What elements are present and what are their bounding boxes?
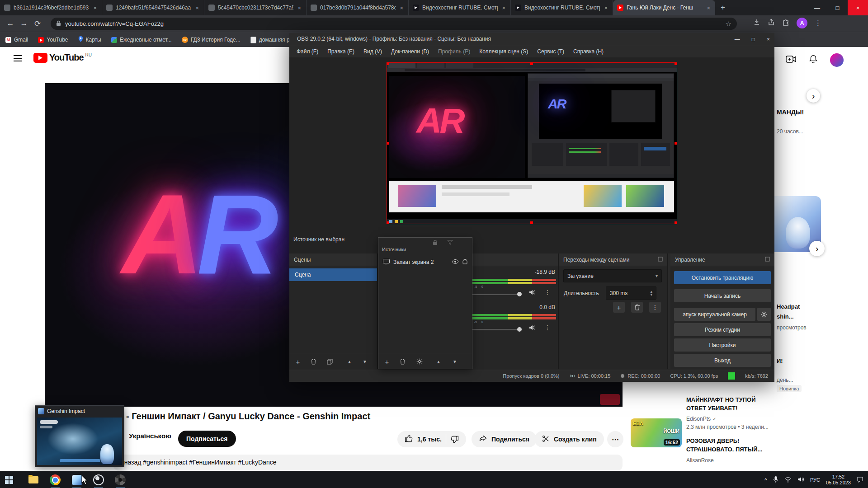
exit-button[interactable]: Выход [674, 354, 771, 367]
selection-handle[interactable] [675, 62, 677, 65]
remove-scene-icon[interactable] [308, 357, 318, 366]
obs-minimize-button[interactable]: — [735, 36, 740, 42]
related-title[interactable]: СТРАШНОВАТО. ПЯТЫЙ... [686, 446, 762, 454]
related-thumbnail-eva[interactable]: ЕВА ЙОШИ 16:52 [631, 418, 682, 447]
share-button[interactable]: Поделиться [472, 431, 537, 447]
obs-icon[interactable] [90, 471, 108, 488]
forward-icon[interactable]: → [17, 17, 31, 30]
menu-file[interactable]: Файл (F) [293, 47, 322, 56]
language-indicator[interactable]: РУС [810, 477, 820, 483]
tab-close-icon[interactable]: × [706, 5, 711, 11]
related-title[interactable]: МАЙНКРАФТ НО ТУПОЙ [686, 396, 756, 404]
tab-4[interactable]: 017be3d0b791a044f8bd4a578c × [307, 0, 409, 15]
window-maximize-button[interactable]: □ [827, 0, 848, 15]
bookmark-gmail[interactable]: M Gmail [5, 37, 28, 43]
tab-close-icon[interactable]: × [297, 5, 302, 11]
bookmark-gdz[interactable]: ок ГДЗ История Годе... [182, 37, 241, 43]
back-icon[interactable]: ← [4, 17, 17, 30]
move-scene-down-icon[interactable]: ▼ [360, 357, 370, 366]
visibility-eye-icon[interactable] [452, 259, 459, 265]
menu-edit[interactable]: Правка (E) [324, 47, 358, 56]
menu-help[interactable]: Справка (H) [570, 47, 607, 56]
taskbar-preview-popup[interactable]: Genshin Impact [35, 405, 124, 467]
related-title-fragment[interactable]: МАНДЫ! [777, 108, 804, 116]
related-channel-row[interactable]: EdisonPts ✓ [686, 416, 716, 422]
youtube-logo[interactable]: YouTube RU [33, 52, 92, 63]
create-clip-button[interactable]: Создать клип [534, 431, 604, 447]
window-minimize-button[interactable]: — [807, 0, 827, 15]
chrome-icon[interactable] [46, 471, 64, 488]
remove-source-icon[interactable] [397, 357, 407, 366]
site-info-lock-icon[interactable] [56, 20, 61, 28]
transition-type-select[interactable]: Затухание ▾ [563, 269, 662, 282]
tab-1[interactable]: b361a1914c3f6bef2ddbe1d593 × [0, 0, 102, 15]
bookmark-star-icon[interactable]: ☆ [726, 20, 731, 28]
virtual-camera-settings-gear-icon[interactable] [757, 308, 771, 321]
speaker-icon[interactable] [529, 290, 536, 296]
microphone-icon[interactable] [773, 476, 778, 484]
start-recording-button[interactable]: Начать запись [674, 289, 771, 302]
tray-expand-icon[interactable]: ^ [764, 477, 767, 483]
tab-close-icon[interactable]: × [603, 5, 609, 11]
dock-menu-icon[interactable] [658, 257, 663, 263]
related-title-fragment[interactable]: shin... [777, 313, 794, 321]
volume-slider-handle[interactable] [517, 327, 522, 332]
duration-spinbox[interactable]: 300 ms ▴▾ [606, 286, 656, 300]
network-icon[interactable] [784, 477, 792, 483]
menu-profile[interactable]: Профиль (P) [434, 47, 474, 56]
stop-streaming-button[interactable]: Остановить трансляцию [674, 271, 771, 284]
add-source-icon[interactable]: + [382, 357, 392, 366]
window-close-button[interactable]: × [848, 0, 868, 15]
tab-6[interactable]: Видеохостинг RUTUBE. Смотр × [511, 0, 613, 15]
menu-docks[interactable]: Док-панели (D) [387, 47, 433, 56]
file-explorer-icon[interactable] [24, 471, 42, 488]
bookmark-maps[interactable]: Карты [78, 36, 101, 43]
selection-handle[interactable] [387, 142, 389, 145]
bookmark-homework[interactable]: домашняя р... [250, 37, 294, 43]
studio-mode-button[interactable]: Режим студии [674, 323, 771, 336]
tab-5[interactable]: Видеохостинг RUTUBE. Смотр × [409, 0, 511, 15]
spinner-icons[interactable]: ▴▾ [650, 290, 652, 296]
selection-handle[interactable] [675, 221, 677, 224]
popup-thumbnail[interactable] [37, 418, 122, 465]
new-tab-button[interactable]: + [715, 3, 731, 12]
thumb-down-icon[interactable] [450, 435, 459, 444]
address-bar[interactable]: youtube.com/watch?v=Cq-EGAFoz2g ☆ [51, 18, 737, 30]
menu-tools[interactable]: Сервис (T) [533, 47, 568, 56]
selection-handle[interactable] [675, 142, 677, 145]
mixer-options-icon[interactable]: ⋮ [544, 324, 551, 331]
lock-icon[interactable] [462, 258, 467, 266]
related-title-fragment[interactable]: Headpat [777, 303, 800, 311]
obs-titlebar[interactable]: OBS 29.0.2 (64-bit, windows) - Профиль: … [289, 33, 774, 45]
bookmark-daily[interactable]: Ежедневные отмет... [111, 37, 172, 43]
browser-menu-icon[interactable]: ⋮ [815, 19, 821, 27]
speaker-icon[interactable] [529, 325, 536, 332]
source-properties-gear-icon[interactable] [415, 357, 425, 366]
selection-handle[interactable] [530, 62, 533, 65]
selection-handle[interactable] [530, 221, 533, 224]
tab-close-icon[interactable]: × [399, 5, 404, 11]
remove-transition-icon[interactable] [631, 302, 643, 313]
tab-active-youtube[interactable]: Гань Юй Лаки Денс - Генш × [613, 0, 715, 15]
obs-maximize-button[interactable]: □ [752, 36, 755, 42]
account-avatar[interactable] [830, 53, 844, 67]
clock[interactable]: 17:52 05.05.2023 [826, 474, 851, 486]
share-icon[interactable] [768, 19, 775, 28]
subscribe-button[interactable]: Подписаться [178, 431, 236, 447]
move-scene-up-icon[interactable]: ▲ [344, 357, 354, 366]
obs-close-button[interactable]: × [767, 36, 770, 42]
tab-close-icon[interactable]: × [194, 5, 200, 11]
menu-scene-collection[interactable]: Коллекция сцен (S) [476, 47, 532, 56]
scene-list-item[interactable]: Сцена [289, 268, 377, 281]
download-icon[interactable] [753, 19, 760, 28]
move-source-down-icon[interactable]: ▼ [450, 357, 460, 366]
mixer-options-icon[interactable]: ⋮ [544, 289, 551, 296]
tab-close-icon[interactable]: × [92, 5, 98, 11]
scroll-chevron-button[interactable]: › [809, 241, 825, 256]
related-title[interactable]: РОЗОВАЯ ДВЕРЬ! [686, 437, 739, 445]
create-icon[interactable] [786, 54, 797, 66]
obs-preview[interactable]: AR AR [387, 62, 677, 224]
extensions-puzzle-icon[interactable] [782, 19, 789, 28]
add-transition-icon[interactable]: + [613, 302, 625, 313]
camera-app-icon[interactable] [111, 471, 129, 488]
